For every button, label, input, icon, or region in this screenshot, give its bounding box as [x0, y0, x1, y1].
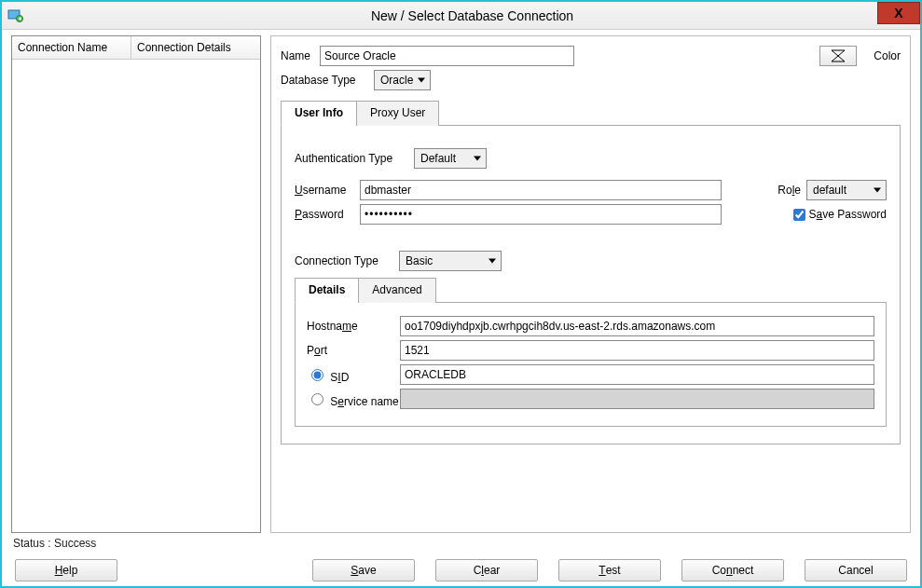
test-button[interactable]: Test	[558, 559, 661, 581]
dialog-content: Connection Name Connection Details Name …	[2, 30, 920, 533]
port-row: Port	[307, 340, 874, 361]
color-button[interactable]	[819, 46, 857, 66]
cancel-button[interactable]: Cancel	[805, 559, 907, 581]
role-label: Role	[778, 184, 801, 197]
sid-field[interactable]	[400, 364, 874, 385]
connection-list-header: Connection Name Connection Details	[12, 36, 260, 60]
conntype-select[interactable]: Basic	[399, 251, 502, 271]
details-panel: Hostname Port SID Se	[295, 303, 887, 427]
status-text: Status : Success	[2, 533, 920, 550]
connection-list-body[interactable]	[12, 60, 260, 532]
authtype-select[interactable]: Default	[414, 148, 487, 169]
username-label: Username	[295, 184, 360, 197]
dialog-buttons: Help Save Clear Test Connect Cancel	[2, 550, 920, 588]
conn-details-tabs: Details Advanced	[295, 277, 887, 303]
connection-list-pane: Connection Name Connection Details	[11, 35, 261, 533]
save-password-label: Save Password	[809, 208, 887, 221]
connect-button[interactable]: Connect	[681, 559, 784, 581]
service-field	[400, 389, 874, 409]
col-connection-name[interactable]: Connection Name	[12, 36, 131, 59]
service-radio[interactable]	[311, 393, 323, 405]
authtype-label: Authentication Type	[295, 152, 414, 165]
close-icon: X	[894, 6, 902, 21]
username-field[interactable]	[360, 180, 722, 200]
sid-option[interactable]: SID	[307, 366, 400, 384]
password-row: Password Save Password	[295, 204, 887, 225]
close-button[interactable]: X	[877, 2, 920, 24]
auth-tabs: User Info Proxy User	[281, 100, 901, 126]
service-row: Service name	[307, 389, 874, 409]
hostname-field[interactable]	[400, 316, 874, 336]
sid-row: SID	[307, 364, 874, 385]
dbtype-row: Database Type Oracle	[281, 70, 901, 90]
port-label: Port	[307, 344, 400, 357]
password-field[interactable]	[360, 204, 722, 225]
dbtype-select[interactable]: Oracle	[374, 70, 431, 90]
tab-advanced[interactable]: Advanced	[358, 278, 435, 303]
color-label: Color	[874, 49, 901, 62]
window-title: New / Select Database Connection	[24, 8, 920, 23]
app-icon	[7, 7, 24, 24]
service-option[interactable]: Service name	[307, 390, 400, 408]
tab-user-info[interactable]: User Info	[281, 101, 357, 126]
tab-proxy-user[interactable]: Proxy User	[356, 101, 439, 126]
name-row: Name Color	[281, 46, 901, 66]
col-connection-details[interactable]: Connection Details	[131, 36, 260, 59]
form-pane: Name Color Database Type Oracle User Inf…	[270, 35, 911, 533]
save-button[interactable]: Save	[312, 559, 415, 581]
titlebar: New / Select Database Connection X	[2, 2, 920, 30]
hourglass-icon	[830, 49, 846, 62]
hostname-label: Hostname	[307, 320, 400, 333]
save-password-checkbox[interactable]	[793, 209, 805, 221]
tab-details[interactable]: Details	[295, 278, 359, 303]
conntype-label: Connection Type	[295, 254, 399, 267]
password-label: Password	[295, 208, 360, 221]
dbtype-label: Database Type	[281, 74, 374, 87]
sid-radio[interactable]	[311, 369, 323, 381]
conntype-row: Connection Type Basic	[295, 251, 887, 271]
help-button[interactable]: Help	[15, 559, 117, 581]
hostname-row: Hostname	[307, 316, 874, 336]
authtype-row: Authentication Type Default	[295, 148, 887, 169]
svg-marker-3	[832, 50, 845, 62]
user-info-panel: Authentication Type Default Username Rol…	[281, 126, 901, 444]
clear-button[interactable]: Clear	[435, 559, 538, 581]
port-field[interactable]	[400, 340, 874, 361]
name-field[interactable]	[320, 46, 574, 66]
username-row: Username Role default	[295, 180, 887, 200]
role-select[interactable]: default	[806, 180, 887, 200]
name-label: Name	[281, 49, 320, 62]
